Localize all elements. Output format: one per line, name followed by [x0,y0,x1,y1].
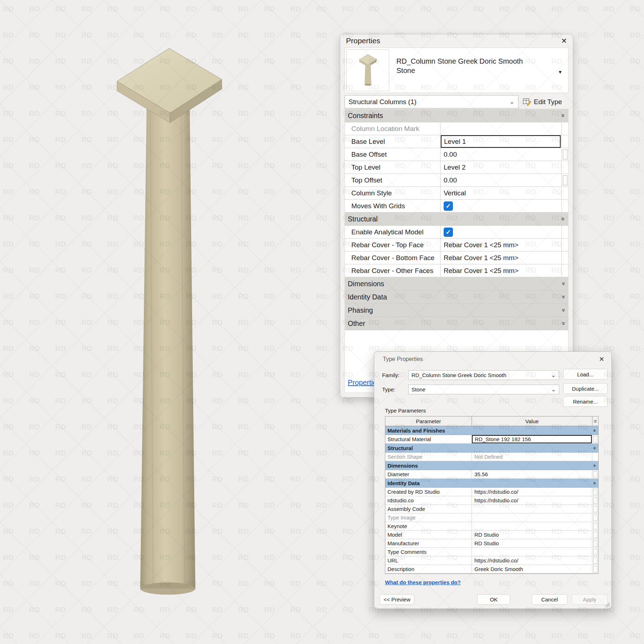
param-value-cell[interactable]: Greek Doric Smooth [472,565,592,573]
param-row-created-by-rd-studio[interactable]: Created by RD Studiohttps://rdstudio.co/ [385,488,598,496]
cancel-button[interactable]: Cancel [532,594,567,605]
param-row-url[interactable]: URLhttps://rdstudio.co/ [385,556,598,565]
param-row-structural-material[interactable]: Structural MaterialRD_Stone 192 182 156 [385,435,598,444]
param-row-assembly-code[interactable]: Assembly Code [385,505,598,513]
property-row-top-level[interactable]: Top LevelLevel 2 [345,161,568,174]
expand-section-icon[interactable]: « [559,322,566,325]
param-row-rdstudio-co[interactable]: rdstudio.cohttps://rdstudio.co/ [385,496,598,505]
associate-parameter-box[interactable] [563,175,567,185]
ok-button[interactable]: OK [477,594,510,605]
associate-parameter-box[interactable] [593,566,597,572]
associate-parameter-box[interactable] [593,532,597,538]
property-row-enable-analytical-model[interactable]: Enable Analytical Model✓ [345,226,568,239]
property-row-rebar-cover-top-face[interactable]: Rebar Cover - Top FaceRebar Cover 1 <25 … [345,239,568,252]
collapse-section-icon[interactable]: « [592,429,597,431]
category-filter-select[interactable]: Structural Columns (1) ⌄ [345,95,518,108]
property-value-cell[interactable]: 0.00 [441,174,562,186]
param-section-header-dimensions[interactable]: Dimensions« [385,461,598,470]
param-section-header-identity-data[interactable]: Identity Data« [385,479,598,488]
property-value-cell[interactable]: ✓ [441,226,562,238]
collapse-section-icon[interactable]: « [592,464,597,467]
property-row-rebar-cover-other-faces[interactable]: Rebar Cover - Other FacesRebar Cover 1 <… [345,264,568,277]
edit-type-button[interactable]: Edit Type [523,98,562,106]
property-row-base-offset[interactable]: Base Offset0.00 [345,148,568,161]
expand-section-icon[interactable]: « [559,295,566,298]
param-value-cell[interactable]: RD Studio [472,531,592,539]
property-value-cell[interactable]: Rebar Cover 1 <25 mm> [441,264,562,277]
associate-parameter-box[interactable] [593,506,597,512]
param-value-cell[interactable] [472,513,592,522]
param-row-description[interactable]: DescriptionGreek Doric Smooth [385,565,598,574]
section-header-other[interactable]: Other« [345,317,568,330]
param-row-type-image[interactable]: Type Image [385,513,598,522]
associate-parameter-box[interactable] [563,150,567,160]
type-selector-dropdown-icon[interactable]: ▼ [558,69,562,75]
collapse-section-icon[interactable]: « [559,114,566,117]
param-row-type-comments[interactable]: Type Comments [385,548,598,556]
param-section-header-materials-and-finishes[interactable]: Materials and Finishes« [385,426,598,435]
duplicate-button[interactable]: Duplicate... [563,383,608,394]
property-value-cell[interactable]: Rebar Cover 1 <25 mm> [441,239,562,251]
family-select[interactable]: RD_Column Stone Greek Doric Smooth ⌄ [408,370,559,380]
property-value-cell[interactable]: Vertical [441,187,562,199]
param-value-cell[interactable]: Not Defined [472,453,592,461]
param-value-cell[interactable]: 35.56 [472,470,592,478]
param-row-section-shape[interactable]: Section ShapeNot Defined [385,453,598,461]
param-value-cell[interactable]: https://rdstudio.co/ [472,496,592,504]
preview-button[interactable]: << Preview [380,594,414,605]
section-header-structural[interactable]: Structural« [345,213,568,226]
associate-parameter-box[interactable] [593,489,597,495]
section-header-constraints[interactable]: Constraints« [345,109,568,122]
section-header-dimensions[interactable]: Dimensions« [345,277,568,291]
type-selector-preview[interactable]: RD_Column Stone Greek Doric Smooth Stone… [345,48,569,93]
property-row-column-location-mark[interactable]: Column Location Mark [345,122,568,135]
associate-parameter-box[interactable] [593,471,597,478]
checkbox-checked[interactable]: ✓ [444,228,453,237]
param-value-cell[interactable]: https://rdstudio.co/ [472,556,592,565]
param-section-header-structural[interactable]: Structural« [385,444,598,453]
param-value-cell[interactable]: RD Studio [472,539,592,547]
section-header-phasing[interactable]: Phasing« [345,304,568,317]
focused-value-editor[interactable]: Level 1 [441,135,561,148]
property-value-cell[interactable]: 0.00 [441,148,562,161]
property-row-column-style[interactable]: Column StyleVertical [345,187,568,200]
property-value-cell[interactable]: Level 1 [441,135,562,148]
properties-help-link[interactable]: Propertie [348,379,377,387]
property-row-top-offset[interactable]: Top Offset0.00 [345,174,568,187]
expand-section-icon[interactable]: « [559,308,566,312]
type-select[interactable]: Stone ⌄ [408,385,559,394]
property-value-cell[interactable]: Rebar Cover 1 <25 mm> [441,252,562,264]
associate-parameter-box[interactable] [593,436,597,443]
dialog-close-icon[interactable]: ✕ [599,355,604,363]
property-row-rebar-cover-bottom-face[interactable]: Rebar Cover - Bottom FaceRebar Cover 1 <… [345,252,568,264]
param-value-cell[interactable]: RD_Stone 192 182 156 [472,435,592,443]
expand-section-icon[interactable]: « [559,282,566,285]
close-icon[interactable]: ✕ [561,36,567,45]
associate-parameter-box[interactable] [593,557,597,564]
load-button[interactable]: Load... [563,369,608,380]
resize-grip[interactable] [604,601,610,607]
param-value-cell[interactable] [472,522,592,530]
associate-parameter-box[interactable] [593,523,597,530]
param-row-manufacturer[interactable]: ManufacturerRD Studio [385,539,598,548]
properties-help-question-link[interactable]: What do these properties do? [385,579,461,585]
param-row-model[interactable]: ModelRD Studio [385,531,598,539]
associate-parameter-box[interactable] [593,540,597,547]
section-header-identity-data[interactable]: Identity Data« [345,291,568,304]
property-row-moves-with-grids[interactable]: Moves With Grids✓ [345,200,568,213]
property-value-cell[interactable]: ✓ [441,200,562,212]
parameter-column-header[interactable]: Parameter [385,416,472,426]
param-row-diameter[interactable]: Diameter35.56 [385,470,598,479]
collapse-section-icon[interactable]: « [559,217,566,220]
param-value-cell[interactable] [472,548,592,556]
associate-parameter-box[interactable] [593,549,597,555]
associate-parameter-box[interactable] [593,497,597,504]
param-value-cell[interactable] [472,505,592,513]
property-row-base-level[interactable]: Base LevelLevel 1 [345,135,568,148]
value-column-header[interactable]: Value [472,416,592,426]
property-value-cell[interactable] [441,122,562,135]
focused-value-editor[interactable]: RD_Stone 192 182 156 [472,435,592,443]
property-value-cell[interactable]: Level 2 [441,161,562,174]
param-value-cell[interactable]: https://rdstudio.co/ [472,488,592,496]
rename-button[interactable]: Rename... [563,396,608,407]
